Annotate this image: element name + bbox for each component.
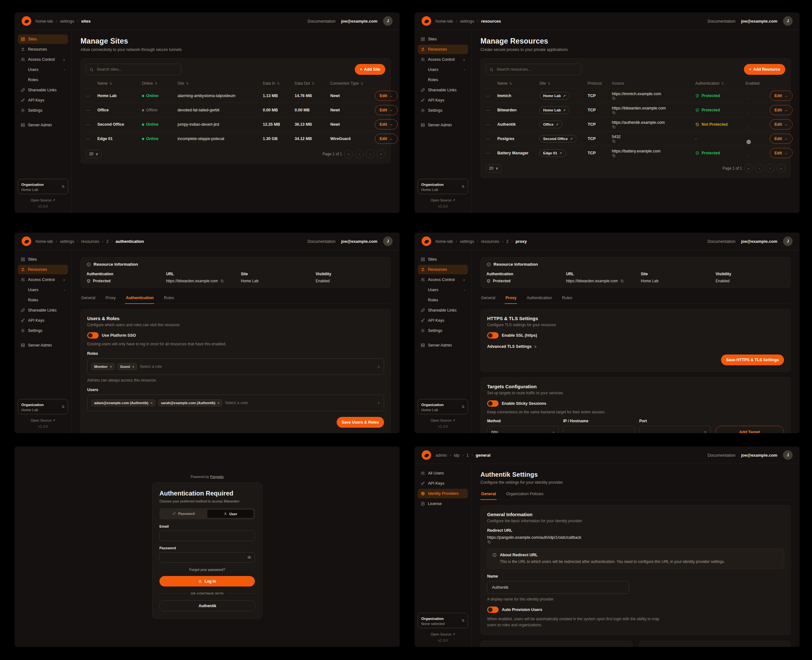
sidebar-item-shareable-links[interactable]: Shareable Links bbox=[418, 85, 468, 95]
sidebar-item-api-keys[interactable]: API Keys bbox=[418, 316, 468, 325]
row-menu-button[interactable]: ⋯ bbox=[86, 136, 97, 141]
sidebar-item-access-control[interactable]: Access Control∨ bbox=[418, 275, 468, 284]
sidebar-item-users[interactable]: Users› bbox=[18, 285, 68, 295]
edit-button[interactable]: Edit→ bbox=[770, 134, 793, 144]
user-chip[interactable]: adam@example.com (Authentik)× bbox=[91, 399, 155, 406]
org-selector[interactable]: OrganizationHome Lab ⇅ bbox=[418, 399, 468, 414]
user-email[interactable]: joe@example.com bbox=[741, 19, 777, 24]
sidebar-item-access-control[interactable]: Access Control∨ bbox=[18, 275, 68, 284]
documentation-link[interactable]: Documentation bbox=[308, 19, 335, 24]
copy-icon[interactable] bbox=[612, 140, 695, 143]
breadcrumb-item[interactable]: admin bbox=[436, 453, 447, 458]
avatar[interactable]: J bbox=[383, 236, 393, 246]
col-enabled[interactable]: Enabled bbox=[745, 81, 770, 86]
email-field[interactable] bbox=[159, 530, 255, 541]
users-select[interactable]: adam@example.com (Authentik)× sarah@exam… bbox=[87, 395, 384, 411]
site-link-pill[interactable]: Home Lab↗ bbox=[539, 92, 569, 100]
first-page-button[interactable]: « bbox=[344, 149, 353, 158]
method-select[interactable]: http∨ bbox=[487, 426, 559, 433]
user-email[interactable]: joe@example.com bbox=[741, 453, 777, 458]
close-icon[interactable]: × bbox=[110, 365, 112, 368]
log-in-button[interactable]: Log In bbox=[159, 576, 255, 587]
site-link-pill[interactable]: Office↗ bbox=[539, 121, 562, 128]
auto-provision-toggle[interactable] bbox=[487, 606, 499, 613]
sidebar-item-server-admin[interactable]: Server Admin bbox=[18, 341, 68, 350]
breadcrumb-item[interactable]: settings bbox=[460, 239, 474, 244]
tab-general[interactable]: General bbox=[481, 293, 496, 304]
save-tls-button[interactable]: Save HTTPS & TLS Settings bbox=[721, 354, 784, 365]
sidebar-item-users[interactable]: Users› bbox=[418, 65, 468, 75]
open-source-link[interactable]: Open Source ↗ bbox=[18, 419, 68, 423]
avatar[interactable]: J bbox=[783, 16, 793, 26]
close-icon[interactable]: × bbox=[151, 401, 152, 405]
avatar[interactable]: J bbox=[383, 16, 393, 26]
add-resource-button[interactable]: +Add Resource bbox=[744, 64, 785, 75]
documentation-link[interactable]: Documentation bbox=[707, 19, 735, 24]
breadcrumb-item[interactable]: home-lab bbox=[436, 19, 453, 24]
copy-icon[interactable] bbox=[612, 111, 695, 114]
copy-icon[interactable] bbox=[487, 540, 784, 544]
row-menu-button[interactable]: ⋯ bbox=[486, 108, 497, 113]
sidebar-item-settings[interactable]: Settings bbox=[18, 326, 68, 335]
breadcrumb-item[interactable]: 2 bbox=[106, 239, 108, 244]
sidebar-item-roles[interactable]: Roles bbox=[18, 295, 68, 305]
search-input[interactable] bbox=[96, 67, 178, 72]
advanced-tls-settings[interactable]: Advanced TLS Settings⇅ bbox=[487, 344, 784, 349]
sidebar-item-resources[interactable]: Resources bbox=[418, 44, 468, 54]
tab-password[interactable]: Password bbox=[160, 509, 207, 518]
edit-button[interactable]: Edit→ bbox=[770, 148, 793, 158]
copy-icon[interactable] bbox=[220, 279, 224, 283]
forgot-password-link[interactable]: Forgot your password? bbox=[159, 568, 255, 571]
sidebar-item-roles[interactable]: Roles bbox=[18, 75, 68, 85]
breadcrumb-item[interactable]: 1 bbox=[466, 453, 469, 458]
breadcrumb-item[interactable]: idp bbox=[454, 453, 459, 458]
sidebar-item-api-keys[interactable]: API Keys bbox=[18, 95, 68, 105]
col-site[interactable]: Site⇅ bbox=[539, 81, 588, 86]
next-page-button[interactable]: › bbox=[366, 149, 374, 158]
enable-ssl-toggle[interactable] bbox=[487, 332, 499, 339]
row-menu-button[interactable]: ⋯ bbox=[486, 94, 497, 98]
col-online[interactable]: Online⇅ bbox=[142, 81, 178, 86]
sidebar-item-shareable-links[interactable]: Shareable Links bbox=[418, 306, 468, 315]
sidebar-item-license[interactable]: License bbox=[418, 499, 468, 509]
platform-sso-toggle[interactable] bbox=[87, 332, 98, 339]
col-access[interactable]: Access bbox=[612, 81, 695, 86]
edit-button[interactable]: Edit→ bbox=[375, 105, 398, 115]
pangolin-link[interactable]: Pangolin bbox=[210, 475, 224, 479]
tab-proxy[interactable]: Proxy bbox=[504, 293, 517, 304]
role-chip[interactable]: Guest× bbox=[117, 363, 138, 370]
save-users-roles-button[interactable]: Save Users & Roles bbox=[337, 417, 384, 428]
sidebar-item-settings[interactable]: Settings bbox=[418, 106, 468, 115]
sidebar-item-resources[interactable]: Resources bbox=[418, 265, 468, 274]
avatar[interactable]: J bbox=[783, 450, 793, 460]
sidebar-item-access-control[interactable]: Access Control∨ bbox=[18, 55, 68, 64]
role-chip[interactable]: Member× bbox=[91, 363, 115, 370]
sidebar-item-settings[interactable]: Settings bbox=[418, 326, 468, 335]
col-data-in[interactable]: Data In⇅ bbox=[263, 81, 295, 86]
breadcrumb-item[interactable]: home-lab bbox=[36, 19, 53, 24]
tab-authentication[interactable]: Authentication bbox=[526, 293, 552, 304]
tab-organization-policies[interactable]: Organization Policies bbox=[506, 489, 544, 500]
sidebar-item-access-control[interactable]: Access Control∨ bbox=[418, 55, 468, 64]
last-page-button[interactable]: » bbox=[377, 149, 385, 158]
sidebar-item-roles[interactable]: Roles bbox=[418, 75, 468, 85]
sidebar-item-users[interactable]: Users› bbox=[18, 65, 68, 75]
sidebar-item-users[interactable]: Users› bbox=[418, 285, 468, 295]
col-name[interactable]: Name⇅ bbox=[97, 81, 142, 86]
sidebar-item-identity-providers[interactable]: Identity Providers bbox=[418, 489, 468, 498]
documentation-link[interactable]: Documentation bbox=[707, 239, 735, 244]
org-selector[interactable]: OrganizationHome Lab ⇅ bbox=[18, 399, 68, 414]
site-link-pill[interactable]: Second Office↗ bbox=[539, 135, 577, 143]
breadcrumb-item[interactable]: settings bbox=[60, 239, 74, 244]
row-menu-button[interactable]: ⋯ bbox=[486, 136, 497, 141]
avatar[interactable]: J bbox=[783, 236, 793, 246]
site-link-pill[interactable]: Home Lab↗ bbox=[539, 106, 569, 114]
tab-proxy[interactable]: Proxy bbox=[105, 293, 116, 304]
copy-icon[interactable] bbox=[612, 97, 695, 100]
documentation-link[interactable]: Documentation bbox=[707, 453, 735, 458]
edit-button[interactable]: Edit→ bbox=[770, 91, 793, 101]
open-source-link[interactable]: Open Source ↗ bbox=[418, 198, 468, 202]
page-size-select[interactable]: 20∨ bbox=[86, 150, 102, 158]
last-page-button[interactable]: » bbox=[777, 164, 785, 173]
sidebar-item-server-admin[interactable]: Server Admin bbox=[418, 341, 468, 350]
